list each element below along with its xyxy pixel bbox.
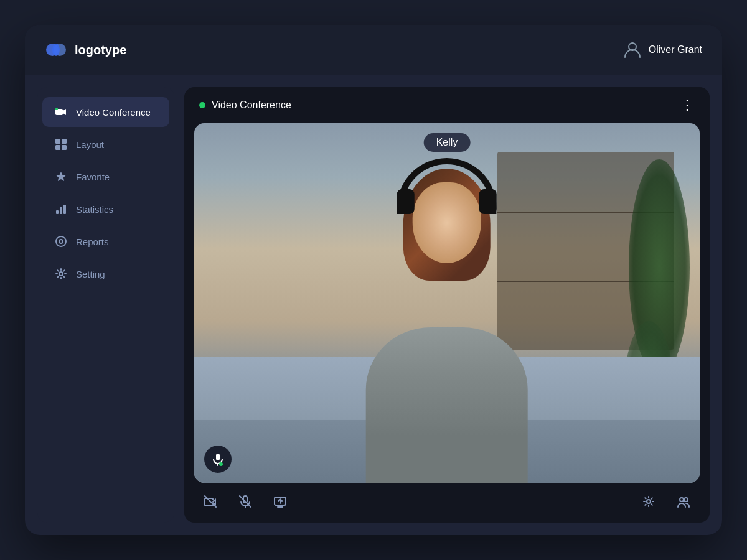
video-panel-title: Video Conference [212,100,291,111]
live-indicator [199,102,205,108]
headphone-left [397,189,415,214]
screen-share-button[interactable] [269,490,291,513]
svg-rect-10 [56,210,59,214]
camera-off-icon [204,495,217,508]
user-name: Oliver Grant [649,44,702,55]
logo-icon [45,39,67,61]
person-torso [366,327,528,483]
svg-point-27 [680,498,684,502]
svg-rect-11 [60,207,62,214]
circle-dot-icon [55,235,67,248]
more-options-button[interactable]: ⋮ [680,97,695,113]
mic-off-icon [238,495,252,508]
sidebar-item-layout[interactable]: Layout [42,129,169,159]
svg-point-26 [647,500,651,503]
mic-icon [211,452,225,466]
svg-point-28 [684,498,688,502]
star-icon [55,170,67,183]
person-container [308,141,586,483]
layout-icon [55,138,67,151]
svg-rect-9 [62,145,67,150]
sidebar-item-label: Favorite [76,172,110,182]
video-controls [184,483,710,523]
sidebar-item-label: Reports [76,236,109,247]
controls-left [199,490,291,513]
sidebar-item-reports[interactable]: Reports [42,226,169,256]
svg-point-5 [55,108,58,110]
sidebar-item-label: Layout [76,139,104,150]
svg-rect-16 [216,454,220,460]
sidebar: Video Conference Layout Favorite [37,87,174,523]
svg-rect-12 [63,205,66,214]
person-icon [622,40,642,60]
sidebar-item-label: Statistics [76,204,113,215]
video-header: Video Conference ⋮ [184,87,710,123]
sidebar-item-label: Setting [76,269,105,279]
video-icon [55,106,67,118]
logo-text: logotype [75,43,126,57]
svg-rect-6 [55,139,60,144]
sidebar-item-video-conference[interactable]: Video Conference [42,97,169,127]
sidebar-item-favorite[interactable]: Favorite [42,162,169,192]
main-content: Video Conference Layout Favorite [25,75,722,535]
svg-point-15 [59,272,63,276]
video-header-left: Video Conference [199,100,291,111]
bar-chart-icon [55,203,67,215]
svg-point-14 [59,240,63,243]
device-frame: logotype Oliver Grant Video Conference [25,25,722,535]
svg-point-2 [52,44,60,56]
mic-off-button[interactable] [234,490,256,513]
svg-rect-7 [62,139,67,144]
svg-rect-8 [55,145,60,150]
svg-point-13 [56,236,66,246]
svg-point-18 [219,462,223,466]
video-panel: Video Conference ⋮ [184,87,710,523]
controls-right [637,490,695,513]
sidebar-item-setting[interactable]: Setting [42,259,169,289]
user-area: Oliver Grant [622,40,702,60]
camera-off-button[interactable] [199,490,222,513]
logo-area: logotype [45,39,126,61]
microphone-button[interactable] [204,446,232,473]
sidebar-item-statistics[interactable]: Statistics [42,194,169,224]
participants-icon [677,495,690,508]
screen-share-icon [273,495,287,508]
participant-label: Kelly [424,133,471,152]
top-bar: logotype Oliver Grant [25,25,722,75]
settings-icon [642,495,655,508]
participants-button[interactable] [672,490,695,513]
headphone-right [479,189,497,214]
video-stream: Kelly [194,123,700,483]
gear-icon [55,268,67,280]
sidebar-item-label: Video Conference [76,107,151,118]
settings-button[interactable] [637,490,660,513]
